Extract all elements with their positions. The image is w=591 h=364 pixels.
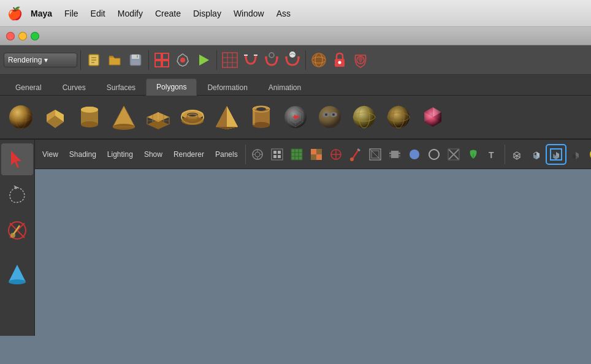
vp-menu-view[interactable]: View bbox=[37, 140, 63, 169]
shelf-sphere3[interactable] bbox=[383, 100, 414, 134]
save-button[interactable] bbox=[126, 50, 145, 70]
svg-rect-142 bbox=[389, 156, 391, 158]
vp-menu-panels[interactable]: Panels bbox=[210, 140, 243, 169]
tab-general[interactable]: General bbox=[5, 79, 52, 96]
tab-surfaces[interactable]: Surfaces bbox=[96, 79, 146, 96]
svg-rect-141 bbox=[389, 154, 391, 156]
play-button[interactable] bbox=[194, 50, 213, 70]
lasso-button[interactable] bbox=[173, 50, 193, 70]
text-button[interactable]: T bbox=[484, 145, 502, 164]
shelf-pyramid[interactable] bbox=[211, 100, 243, 134]
render-globe-button[interactable] bbox=[309, 50, 329, 70]
magnet-button[interactable] bbox=[241, 50, 261, 70]
paint-tool-button[interactable] bbox=[1, 214, 33, 246]
box-solid-button[interactable] bbox=[527, 145, 546, 164]
apple-menu[interactable]: 🍎 bbox=[5, 0, 25, 27]
tab-curves[interactable]: Curves bbox=[52, 79, 96, 96]
menu-edit[interactable]: Edit bbox=[85, 0, 112, 27]
svg-marker-63 bbox=[227, 106, 238, 129]
sphere-display-button[interactable] bbox=[405, 145, 424, 164]
select-mode-button[interactable] bbox=[152, 50, 172, 70]
box-active-button[interactable] bbox=[547, 145, 565, 164]
rendering-dropdown[interactable]: Rendering ▾ bbox=[4, 53, 77, 67]
shelf-cylinder[interactable] bbox=[74, 100, 105, 134]
shelf-area: General Curves Surfaces Polygons Deforma… bbox=[0, 75, 591, 140]
tab-deformation[interactable]: Deformation bbox=[197, 79, 257, 96]
leaves-button[interactable] bbox=[464, 145, 482, 164]
open-file-button[interactable] bbox=[105, 50, 124, 70]
wireframe-button[interactable] bbox=[288, 145, 306, 164]
curve-snap-button[interactable] bbox=[283, 50, 302, 70]
svg-point-110 bbox=[255, 152, 260, 157]
tab-animation[interactable]: Animation bbox=[258, 79, 311, 96]
shelf-cube[interactable] bbox=[39, 100, 71, 134]
minimize-button[interactable] bbox=[18, 32, 27, 40]
cone-tool-button[interactable] bbox=[1, 257, 33, 289]
menu-modify[interactable]: Modify bbox=[112, 0, 149, 27]
shelf-pipe[interactable] bbox=[245, 100, 277, 134]
cross-target-button[interactable] bbox=[327, 145, 345, 164]
ball-yellow-button[interactable] bbox=[586, 145, 591, 164]
select-tool-button[interactable] bbox=[1, 143, 33, 175]
shelf-plane[interactable] bbox=[142, 100, 174, 134]
lock-button[interactable] bbox=[330, 50, 349, 70]
svg-rect-117 bbox=[278, 151, 281, 154]
svg-point-65 bbox=[253, 106, 270, 112]
menu-window[interactable]: Window bbox=[227, 0, 270, 27]
svg-point-57 bbox=[187, 113, 198, 116]
camera-attrs-button[interactable] bbox=[248, 145, 267, 164]
svg-marker-72 bbox=[288, 107, 303, 127]
svg-marker-64 bbox=[216, 127, 238, 129]
main-toolbar: Rendering ▾ bbox=[0, 45, 591, 75]
svg-point-84 bbox=[322, 112, 330, 117]
menu-ass[interactable]: Ass bbox=[270, 0, 297, 27]
texture-display-button[interactable] bbox=[307, 145, 326, 164]
svg-rect-126 bbox=[311, 149, 316, 154]
viewport-canvas[interactable] bbox=[35, 169, 591, 336]
menu-display[interactable]: Display bbox=[187, 0, 227, 27]
menu-maya[interactable]: Maya bbox=[25, 0, 58, 27]
svg-marker-154 bbox=[514, 152, 520, 156]
tab-polygons[interactable]: Polygons bbox=[146, 78, 197, 96]
box-wireframe-button[interactable] bbox=[508, 145, 526, 164]
maximize-button[interactable] bbox=[31, 32, 39, 40]
shelf-torus[interactable] bbox=[177, 100, 208, 134]
close-button[interactable] bbox=[6, 32, 15, 40]
vp-menu-renderer[interactable]: Renderer bbox=[169, 140, 209, 169]
lasso-tool-button[interactable] bbox=[1, 179, 33, 211]
select-mask-button[interactable] bbox=[268, 145, 286, 164]
shelf-sphere2[interactable] bbox=[348, 100, 380, 134]
shelf-special[interactable] bbox=[314, 100, 346, 134]
svg-marker-61 bbox=[216, 106, 238, 129]
svg-point-90 bbox=[353, 113, 375, 121]
menu-create[interactable]: Create bbox=[149, 0, 187, 27]
shelf-icons bbox=[0, 96, 591, 138]
box-textured-button[interactable] bbox=[566, 145, 585, 164]
svg-marker-36 bbox=[47, 116, 64, 128]
svg-rect-2 bbox=[132, 55, 139, 59]
shelf-disk[interactable] bbox=[280, 100, 311, 134]
mesh-grid-button[interactable] bbox=[220, 50, 240, 70]
svg-marker-37 bbox=[47, 110, 55, 122]
filmstrip-button[interactable] bbox=[386, 145, 404, 164]
circle-display-button[interactable] bbox=[425, 145, 443, 164]
paint-effects-button[interactable] bbox=[346, 145, 365, 164]
title-bar bbox=[0, 27, 591, 45]
vp-menu-lighting[interactable]: Lighting bbox=[102, 140, 138, 169]
grid-x-button[interactable] bbox=[444, 145, 463, 164]
svg-rect-6 bbox=[162, 53, 169, 59]
show-all-button[interactable] bbox=[366, 145, 384, 164]
menu-file[interactable]: File bbox=[58, 0, 85, 27]
svg-rect-144 bbox=[398, 154, 400, 156]
shelf-gem[interactable] bbox=[417, 100, 449, 134]
viewport-toolbar: View Shading Lighting Show Renderer Pane… bbox=[35, 140, 591, 169]
shelf-cone[interactable] bbox=[108, 100, 140, 134]
svg-marker-99 bbox=[424, 112, 433, 122]
svg-point-67 bbox=[253, 122, 270, 128]
new-scene-button[interactable] bbox=[84, 50, 104, 70]
settings-button[interactable] bbox=[351, 50, 370, 70]
vp-menu-show[interactable]: Show bbox=[139, 140, 167, 169]
shelf-sphere[interactable] bbox=[5, 100, 37, 134]
vp-menu-shading[interactable]: Shading bbox=[64, 140, 101, 169]
snap-button[interactable] bbox=[262, 50, 281, 70]
